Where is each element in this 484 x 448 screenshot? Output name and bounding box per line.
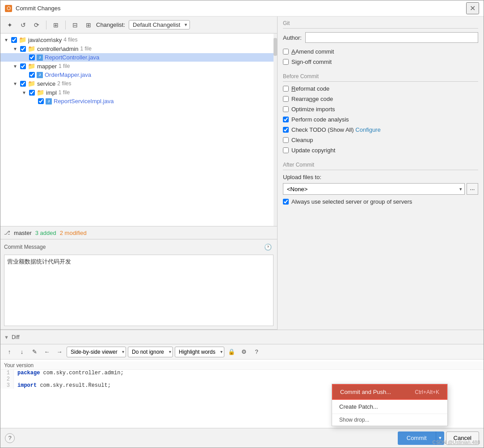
rearrange-checkbox[interactable]: [283, 96, 289, 102]
group-button[interactable]: ⊞: [50, 19, 62, 31]
rearrange-label: Rearrange code: [291, 96, 333, 102]
collapse-button[interactable]: ⊞: [83, 19, 94, 31]
toolbar-sep-1: [46, 21, 46, 29]
arrow-7: ▼: [22, 90, 27, 95]
checkbox-8[interactable]: [38, 98, 44, 104]
checkbox-6[interactable]: [20, 81, 26, 87]
diff-header: ▼ Diff: [0, 330, 484, 344]
arrow-1: ▼: [4, 38, 9, 42]
tree-row-8[interactable]: J ReportServiceImpl.java: [0, 97, 277, 105]
left-panel: ✦ ↺ ⟳ ⊞ ⊟ ⊞ Changelist: Default Changeli…: [0, 17, 278, 330]
tree-row-5[interactable]: J OrderMapper.java: [0, 71, 277, 79]
refresh-button[interactable]: ↺: [17, 19, 29, 31]
title-bar-left: ⬡ Commit Changes: [5, 5, 60, 12]
checkbox-3[interactable]: [29, 54, 35, 60]
author-input[interactable]: [305, 32, 478, 43]
perform-checkbox[interactable]: [283, 117, 289, 122]
signoff-checkbox[interactable]: [283, 59, 289, 65]
tree-row-7[interactable]: ▼ 📁 impl 1 file: [0, 88, 277, 97]
configure-link[interactable]: Configure: [355, 126, 380, 133]
diff-line-1: 1 package com.sky.controller.admin;: [0, 370, 484, 376]
upload-more-button[interactable]: ···: [467, 183, 478, 195]
todo-text: Check TODO (Show All): [291, 126, 354, 133]
reload-button[interactable]: ⟳: [31, 19, 42, 31]
help-button[interactable]: ?: [5, 433, 15, 443]
create-patch-label: Create Patch...: [339, 403, 378, 410]
diff-down-button[interactable]: ↓: [17, 347, 27, 357]
amend-text: Amend commit: [295, 48, 334, 55]
upload-label: Upload files to:: [283, 174, 478, 180]
reformat-checkbox[interactable]: [283, 86, 289, 92]
always-row: Always use selected server or group of s…: [283, 198, 478, 205]
line-content-1: package com.sky.controller.admin;: [14, 370, 124, 376]
line-num-2: 2: [0, 376, 14, 382]
file-tree: ▼ 📁 java\com\sky 4 files ▼ 📁 controller\…: [0, 33, 277, 226]
commit-button[interactable]: Commit: [398, 431, 436, 445]
diff-toolbar: ↑ ↓ ✎ ← → Side-by-side viewer Do not ign…: [0, 344, 484, 360]
diff-up-button[interactable]: ↑: [4, 347, 15, 357]
arrow-6: ▼: [13, 81, 18, 86]
settings-button[interactable]: ⚙: [239, 347, 249, 357]
changelist-label: Changelist:: [96, 21, 125, 28]
line-num-3: 3: [0, 382, 14, 389]
commit-push-item[interactable]: Commit and Push... Ctrl+Alt+K: [332, 384, 447, 400]
added-badge: 3 added: [35, 230, 56, 236]
commit-message-area: Commit Message 🕐 营业额数据统计代码开发: [0, 239, 277, 330]
count-1: 4 files: [63, 37, 77, 43]
copyright-checkbox[interactable]: [283, 147, 289, 153]
diff-left-button[interactable]: ←: [42, 347, 52, 357]
todo-checkbox[interactable]: [283, 127, 289, 133]
tree-row-1[interactable]: ▼ 📁 java\com\sky 4 files: [0, 35, 277, 44]
label-7: impl: [46, 89, 57, 96]
file-icon-3: J: [37, 54, 43, 61]
upload-select[interactable]: <None>: [283, 183, 465, 195]
copyright-row: Update copyright: [283, 147, 478, 154]
checkbox-5[interactable]: [29, 72, 35, 78]
ignore-dropdown[interactable]: Do not ignore: [128, 347, 173, 357]
arrow-2: ▼: [13, 46, 18, 51]
expand-button[interactable]: ⊟: [69, 19, 81, 31]
close-button[interactable]: ✕: [466, 2, 479, 14]
always-checkbox[interactable]: [283, 199, 289, 205]
viewer-dropdown[interactable]: Side-by-side viewer: [67, 347, 126, 357]
create-patch-item[interactable]: Create Patch...: [332, 400, 447, 414]
commit-message-input[interactable]: 营业额数据统计代码开发: [4, 255, 274, 326]
tree-row-3[interactable]: J ReportController.java: [0, 53, 277, 62]
count-2: 1 file: [80, 46, 92, 52]
tree-row-4[interactable]: ▼ 📁 mapper 1 file: [0, 62, 277, 71]
upload-select-wrapper: <None>: [283, 183, 465, 195]
cleanup-checkbox[interactable]: [283, 137, 289, 143]
label-2: controller\admin: [37, 46, 79, 52]
lock-button[interactable]: 🔒: [226, 347, 237, 357]
amend-row: AAmend commit: [283, 48, 478, 55]
tree-row-6[interactable]: ▼ 📁 service 2 files: [0, 79, 277, 88]
checkbox-4[interactable]: [20, 63, 26, 69]
add-button[interactable]: ✦: [4, 19, 16, 31]
main-window: ⬡ Commit Changes ✕ ✦ ↺ ⟳ ⊞ ⊟ ⊞ Changelis…: [0, 0, 484, 448]
always-label: Always use selected server or group of s…: [291, 198, 412, 205]
checkbox-2[interactable]: [20, 46, 26, 52]
diff-edit-button[interactable]: ✎: [29, 347, 40, 357]
file-tree-scrollbar-thumb[interactable]: [274, 38, 277, 56]
diff-label: Diff: [12, 334, 20, 340]
optimize-checkbox[interactable]: [283, 106, 289, 112]
highlight-dropdown[interactable]: Highlight words: [175, 347, 224, 357]
label-4: mapper: [37, 63, 57, 70]
ignore-dropdown-wrapper: Do not ignore: [128, 347, 173, 357]
diff-right-button[interactable]: →: [54, 347, 65, 357]
perform-row: Perform code analysis: [283, 116, 478, 123]
before-commit-title: Before Commit: [283, 73, 478, 82]
tree-row-2[interactable]: ▼ 📁 controller\admin 1 file: [0, 44, 277, 53]
checkbox-7[interactable]: [29, 90, 35, 96]
checkbox-1[interactable]: [11, 37, 17, 43]
reformat-label: Reformat code: [291, 85, 329, 92]
viewer-dropdown-wrapper: Side-by-side viewer: [67, 347, 126, 357]
amend-checkbox[interactable]: [283, 49, 289, 54]
signoff-row: Sign-off commit: [283, 59, 478, 65]
author-label: Author:: [283, 34, 302, 41]
changelist-select[interactable]: Default Changelist: [129, 20, 190, 29]
label-5: OrderMapper.java: [45, 71, 91, 78]
count-7: 1 file: [59, 89, 70, 96]
clock-button[interactable]: 🕐: [262, 241, 274, 253]
help-diff-button[interactable]: ?: [251, 347, 262, 357]
